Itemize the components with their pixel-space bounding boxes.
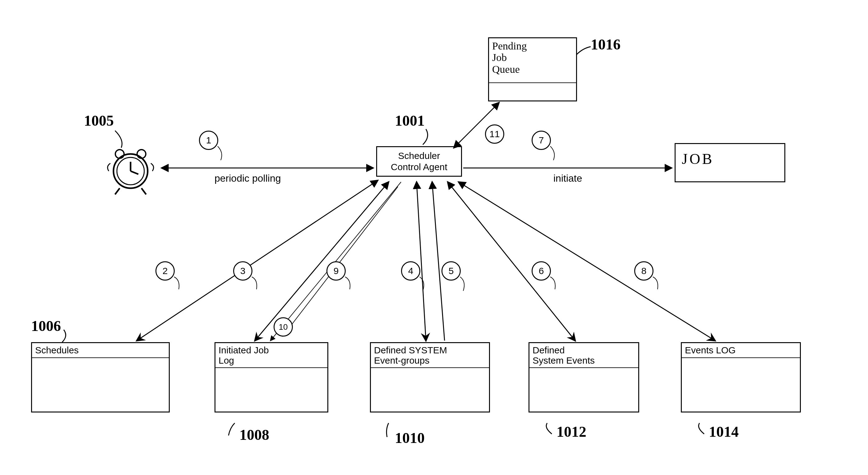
node-schedules-label: Schedules [32,343,169,358]
step-2: 2 [155,261,175,280]
node-job: JOB [675,143,785,182]
svg-line-3 [131,171,138,174]
node-initiated: Initiated Job Log [215,342,328,413]
step-4: 4 [401,261,420,280]
step-5: 5 [441,261,461,280]
node-defined-groups: Defined SYSTEM Event-groups [370,342,490,413]
step-3: 3 [233,261,252,280]
svg-line-7 [142,188,146,195]
node-defined-events-label: Defined System Events [529,343,638,368]
node-job-label: JOB [676,144,784,174]
step-8: 8 [634,261,653,280]
svg-line-16 [432,182,444,340]
svg-line-11 [137,180,378,340]
svg-line-14 [283,187,398,336]
node-scheduler: Scheduler Control Agent [376,146,462,177]
ref-1001: 1001 [395,112,425,129]
step-7: 7 [532,131,551,150]
step-1: 1 [199,131,218,150]
ref-1014: 1014 [709,423,739,440]
label-polling: periodic polling [215,173,281,184]
svg-line-12 [255,182,389,340]
ref-1012: 1012 [557,423,586,440]
ref-1008: 1008 [239,426,269,443]
step-9: 9 [327,261,346,280]
svg-line-15 [416,182,426,340]
node-initiated-label: Initiated Job Log [215,343,328,368]
node-events-log-label: Events LOG [682,343,800,358]
step-11: 11 [485,124,504,144]
ref-1005: 1005 [84,112,114,129]
ref-1010: 1010 [395,429,425,446]
svg-line-17 [448,182,575,340]
node-pending-label: Pending Job Queue [489,38,576,83]
step-6: 6 [532,261,551,280]
node-schedules: Schedules [31,342,170,413]
node-pending: Pending Job Queue [488,37,577,101]
step-10: 10 [274,317,293,336]
node-defined-groups-label: Defined SYSTEM Event-groups [371,343,489,368]
svg-line-18 [459,182,715,340]
label-initiate: initiate [553,173,582,184]
node-events-log: Events LOG [681,342,801,413]
node-defined-events: Defined System Events [528,342,639,413]
ref-1016: 1016 [591,36,621,53]
svg-line-6 [115,188,120,195]
clock-icon [102,140,159,196]
diagram-stage: Scheduler Control Agent JOB Pending Job … [0,0,868,475]
ref-1006: 1006 [31,317,61,334]
